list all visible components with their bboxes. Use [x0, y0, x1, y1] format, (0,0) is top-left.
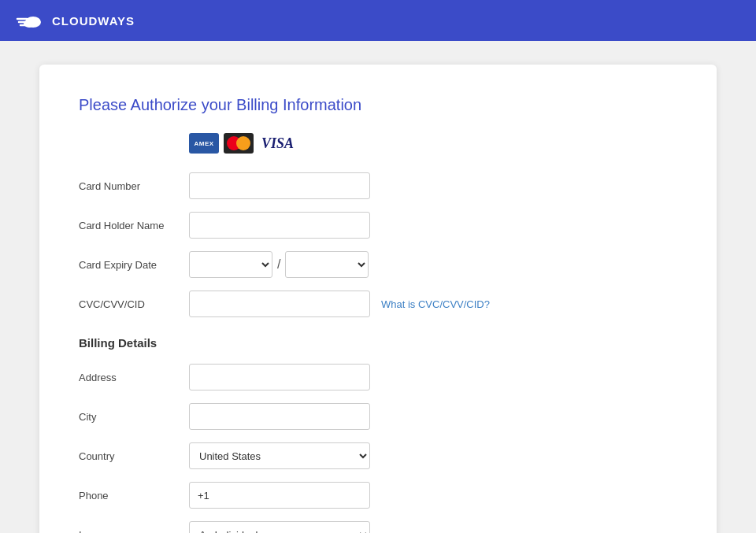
cvc-input[interactable]	[189, 291, 370, 317]
expiry-selects: 01020304 05060708 09101112 / 20242025202…	[189, 251, 369, 278]
expiry-row: Card Expiry Date 01020304 05060708 09101…	[79, 251, 677, 278]
cvc-help-link[interactable]: What is CVC/CVV/CID?	[381, 298, 490, 310]
card-number-row: Card Number	[79, 172, 677, 199]
mastercard-icon	[224, 133, 254, 154]
iam-label: I am	[79, 529, 189, 534]
header: CLOUDWAYS	[0, 0, 756, 41]
expiry-month-select[interactable]: 01020304 05060708 09101112	[189, 251, 272, 278]
phone-row: Phone	[79, 482, 677, 509]
card-holder-input[interactable]	[189, 212, 370, 239]
city-label: City	[79, 411, 189, 423]
billing-card: Please Authorize your Billing Informatio…	[39, 65, 717, 533]
address-label: Address	[79, 372, 189, 383]
address-row: Address	[79, 364, 677, 390]
visa-icon: VISA	[261, 135, 294, 152]
country-select[interactable]: United States United Kingdom Canada Aust…	[189, 442, 370, 469]
card-number-input[interactable]	[189, 172, 370, 199]
cvc-label: CVC/CVV/CID	[79, 298, 189, 310]
phone-label: Phone	[79, 490, 189, 502]
country-label: Country	[79, 450, 189, 462]
svg-point-1	[24, 20, 35, 28]
country-row: Country United States United Kingdom Can…	[79, 442, 677, 469]
card-holder-row: Card Holder Name	[79, 212, 677, 239]
amex-icon: AMEX	[189, 133, 219, 154]
logo-text: CLOUDWAYS	[52, 14, 135, 28]
card-icons: AMEX VISA	[189, 133, 677, 154]
expiry-year-select[interactable]: 2024202520262027 2028202920302031 203220…	[285, 251, 369, 278]
expiry-separator: /	[277, 257, 280, 272]
city-row: City	[79, 403, 677, 430]
iam-select[interactable]: An Individual A Business	[189, 521, 370, 533]
phone-input[interactable]	[189, 482, 370, 509]
cloudways-logo-icon	[16, 11, 44, 30]
logo-area: CLOUDWAYS	[16, 11, 135, 30]
card-number-label: Card Number	[79, 180, 189, 192]
expiry-label: Card Expiry Date	[79, 259, 189, 271]
main-content: Please Authorize your Billing Informatio…	[0, 41, 756, 533]
cvc-row: CVC/CVV/CID What is CVC/CVV/CID?	[79, 291, 677, 317]
card-holder-label: Card Holder Name	[79, 220, 189, 231]
address-input[interactable]	[189, 364, 370, 390]
billing-section-title: Billing Details	[79, 336, 677, 350]
iam-row: I am An Individual A Business	[79, 521, 677, 533]
city-input[interactable]	[189, 403, 370, 430]
page-title: Please Authorize your Billing Informatio…	[79, 96, 677, 114]
